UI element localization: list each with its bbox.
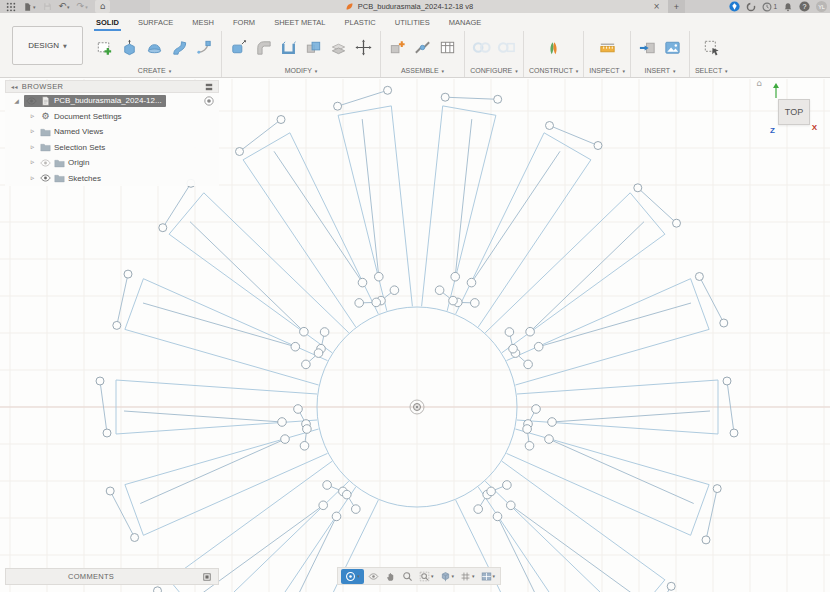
ribbon-tab-utilities[interactable]: UTILITIES [393, 16, 432, 31]
construct-plane-button[interactable] [542, 36, 565, 59]
sketch-point[interactable] [300, 327, 309, 336]
sketch-point[interactable] [96, 377, 104, 385]
sketch-point[interactable] [236, 148, 244, 156]
sketch-point[interactable] [106, 487, 114, 495]
sketch-point[interactable] [487, 487, 496, 496]
new-component-button[interactable] [386, 36, 409, 59]
sketch-point[interactable] [503, 481, 512, 490]
expand-toggle-icon[interactable]: ▹ [28, 144, 37, 151]
sketch-point[interactable] [474, 505, 483, 514]
sketch-blade[interactable] [163, 183, 349, 352]
comments-expand-icon[interactable] [203, 573, 211, 581]
sketch-point[interactable] [303, 425, 312, 434]
sketch-point[interactable] [435, 286, 444, 295]
sketch-point[interactable] [281, 435, 290, 444]
orbit-button[interactable]: ▾ [341, 569, 364, 584]
sketch-blade[interactable] [422, 97, 498, 311]
measure-button[interactable] [596, 36, 619, 59]
fillet-button[interactable] [252, 36, 275, 59]
sketch-point[interactable] [730, 429, 738, 437]
pipe-button[interactable] [193, 36, 216, 59]
save-button[interactable] [43, 0, 52, 13]
expand-toggle-icon[interactable]: ▹ [28, 175, 37, 182]
combine-button[interactable] [302, 36, 325, 59]
sketch-point[interactable] [523, 425, 532, 434]
sketch-point[interactable] [319, 501, 328, 510]
sketch-point[interactable] [390, 286, 399, 295]
toolbar-group-dropdown[interactable]: INSPECT ▾ [589, 67, 625, 74]
look-at-button[interactable] [366, 569, 381, 584]
sketch-point[interactable] [713, 485, 721, 493]
sketch-point[interactable] [103, 429, 111, 437]
browser-display-settings-icon[interactable] [205, 83, 213, 91]
sketch-blade[interactable] [507, 429, 718, 540]
viewcube[interactable]: TOP [778, 99, 810, 125]
expand-toggle-icon[interactable]: ▹ [28, 113, 37, 120]
ribbon-tab-sheet-metal[interactable]: SHEET METAL [272, 16, 327, 31]
toolbar-group-dropdown[interactable]: MODIFY ▾ [285, 67, 318, 74]
revolve-button[interactable] [143, 36, 166, 59]
sketch-point[interactable] [291, 342, 300, 351]
ribbon-tab-plastic[interactable]: PLASTIC [343, 16, 378, 31]
browser-item-sketches[interactable]: ▹Sketches [5, 171, 219, 187]
browser-item-pcb-budurasmala-2024-12[interactable]: ◢PCB_budurasmala_2024-12... [5, 93, 219, 109]
sketch-point[interactable] [375, 272, 384, 281]
sketch-point[interactable] [493, 512, 502, 521]
insert-image-button[interactable] [661, 36, 684, 59]
browser-item-origin[interactable]: ▹Origin [5, 155, 219, 171]
sketch-point[interactable] [534, 342, 543, 351]
document-tab[interactable]: PCB_budurasmala_2024-12-18 v8 × [150, 0, 668, 13]
collapse-panel-icon[interactable]: ◂◂ [11, 84, 18, 90]
expand-toggle-icon[interactable]: ▹ [28, 128, 37, 135]
eye-off-icon[interactable] [40, 158, 51, 168]
help-button[interactable]: ? [799, 0, 810, 13]
notifications-button[interactable] [783, 0, 793, 13]
selected-item[interactable]: PCB_budurasmala_2024-12... [24, 95, 166, 107]
browser-item-document-settings[interactable]: ▹⚙Document Settings [5, 109, 219, 125]
viewports-button[interactable]: ▾ [479, 569, 498, 584]
workspace-switcher-button[interactable]: DESIGN ▼ [12, 26, 83, 65]
toolbar-group-dropdown[interactable]: SELECT ▾ [695, 67, 728, 74]
app-launcher-button[interactable] [6, 0, 16, 13]
sketch-point[interactable] [546, 122, 554, 130]
sketch-point[interactable] [545, 435, 554, 444]
select-button[interactable] [700, 36, 723, 59]
ribbon-tab-mesh[interactable]: MESH [190, 16, 216, 31]
toolbar-group-dropdown[interactable]: CONSTRUCT ▾ [529, 67, 578, 74]
avatar-button[interactable]: YL [816, 0, 827, 13]
toolbar-group-dropdown[interactable]: CREATE ▾ [138, 67, 171, 74]
redo-button[interactable]: ↷▾ [77, 0, 88, 13]
sketch-point[interactable] [320, 328, 329, 337]
sketch-point[interactable] [358, 278, 367, 287]
profile-button[interactable] [729, 0, 740, 13]
sketch-point[interactable] [302, 360, 311, 369]
sketch-point[interactable] [467, 278, 476, 287]
home-button[interactable]: ⌂ [95, 0, 111, 13]
joint-button[interactable] [411, 36, 434, 59]
ribbon-tab-manage[interactable]: MANAGE [447, 16, 484, 31]
expand-toggle-icon[interactable]: ◢ [12, 98, 21, 104]
sketch-point[interactable] [720, 319, 728, 327]
sketch-point[interactable] [723, 377, 731, 385]
sketch-point[interactable] [524, 360, 533, 369]
sketch-blade[interactable] [507, 277, 724, 386]
sketch-point[interactable] [277, 116, 285, 124]
grid-snaps-button[interactable]: ▾ [458, 569, 477, 584]
eye-icon[interactable] [26, 96, 37, 106]
fit-button[interactable]: ▾ [417, 569, 436, 584]
extrude-button[interactable] [118, 36, 141, 59]
sketch-point[interactable] [449, 296, 458, 305]
sketch-point[interactable] [548, 418, 557, 427]
toolbar-group-dropdown[interactable]: INSERT ▾ [645, 67, 676, 74]
radio-icon[interactable] [204, 96, 214, 106]
offset-face-button[interactable] [327, 36, 350, 59]
toolbar-group-dropdown[interactable]: CONFIGURE ▾ [470, 67, 517, 74]
sketch-point[interactable] [494, 95, 502, 103]
sketch-point[interactable] [124, 270, 132, 278]
configuration-button[interactable] [470, 36, 493, 59]
sketch-point[interactable] [372, 298, 381, 307]
move-button[interactable] [352, 36, 375, 59]
sketch-point[interactable] [352, 505, 361, 514]
sketch-point[interactable] [154, 587, 162, 592]
expand-toggle-icon[interactable]: ▹ [28, 159, 37, 166]
